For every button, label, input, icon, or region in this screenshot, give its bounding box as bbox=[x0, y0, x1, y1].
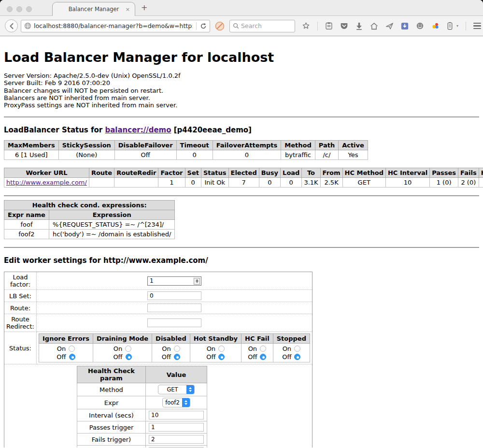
menu-icon[interactable] bbox=[473, 23, 481, 29]
search-bar[interactable] bbox=[229, 20, 295, 32]
hc-label-fails-trigger: Fails trigger) bbox=[77, 434, 146, 446]
close-window-button[interactable] bbox=[7, 6, 13, 12]
expr-select[interactable]: foof2 bbox=[162, 398, 190, 407]
divider bbox=[4, 247, 479, 248]
col-routeredir: RouteRedir bbox=[114, 168, 158, 178]
radio-draining-mode-on[interactable] bbox=[125, 346, 131, 352]
search-input[interactable] bbox=[241, 22, 289, 29]
col-expression: Expression bbox=[49, 210, 175, 220]
balancer-status-table: MaxMembersStickySessionDisableFailoverTi… bbox=[4, 140, 368, 160]
col-fails: Fails bbox=[458, 168, 479, 178]
pocket-icon[interactable] bbox=[340, 22, 348, 30]
dropdown-caret-icon[interactable]: ▾ bbox=[456, 24, 458, 28]
balancer-table-data-row: 6 [1 Used](None)Off00bytraffic/c/Yes bbox=[4, 150, 368, 160]
browser-tab[interactable]: Balancer Manager × bbox=[52, 2, 135, 16]
col-passes: Passes bbox=[430, 168, 458, 178]
new-tab-button[interactable]: + bbox=[141, 3, 147, 12]
status-col-hc-fail: HC Fail bbox=[242, 334, 273, 344]
server-info: Server Version: Apache/2.5.0-dev (Unix) … bbox=[4, 72, 479, 109]
extension-down-arrow-icon[interactable] bbox=[401, 22, 409, 30]
worker-url-link[interactable]: http://www.example.com/ bbox=[6, 179, 87, 186]
col-expr-name: Expr name bbox=[4, 210, 49, 220]
col-path: Path bbox=[315, 141, 338, 150]
radio-disabled-off[interactable] bbox=[174, 354, 180, 360]
radio-disabled-on[interactable] bbox=[174, 346, 180, 352]
tab-title: Balancer Manager bbox=[69, 6, 119, 13]
cell-path: /c/ bbox=[315, 150, 338, 160]
window-controls[interactable] bbox=[7, 6, 32, 12]
reload-icon[interactable] bbox=[200, 23, 207, 29]
radio-ignore-errors-off[interactable] bbox=[69, 354, 75, 360]
cell-set: 0 bbox=[185, 178, 201, 188]
col-busy: Busy bbox=[259, 168, 280, 178]
cell-from: 2.5K bbox=[320, 178, 342, 188]
hc-body: MethodGETExprfoof2Interval (secs)Passes … bbox=[77, 383, 207, 448]
route-input[interactable] bbox=[147, 303, 201, 312]
balancer-demo-link[interactable]: balancer://demo bbox=[105, 126, 171, 134]
health-check-row: Health Check paramValue MethodGETExprfoo… bbox=[4, 364, 313, 448]
radio-hc-fail-on[interactable] bbox=[260, 346, 266, 352]
downloads-icon[interactable] bbox=[355, 22, 363, 30]
radio-label: Off bbox=[113, 353, 122, 361]
url-bar[interactable]: localhost:8880/balancer-manager?b=demo&w… bbox=[21, 20, 210, 32]
col-set: Set bbox=[185, 168, 201, 178]
status-radio-row: OnOffOnOffOnOffOnOffOnOffOnOff bbox=[39, 344, 310, 362]
home-icon[interactable] bbox=[370, 22, 378, 30]
cell-to: 3.1K bbox=[302, 178, 320, 188]
hc-row: Passes trigger bbox=[77, 421, 207, 434]
interval-secs-input[interactable] bbox=[149, 411, 204, 419]
hc-label-interval-secs: Interval (secs) bbox=[77, 409, 146, 421]
radio-hc-fail-off[interactable] bbox=[260, 354, 266, 360]
radio-hot-standby-off[interactable] bbox=[218, 354, 225, 360]
radio-draining-mode-off[interactable] bbox=[126, 354, 132, 360]
reading-list-icon[interactable] bbox=[325, 22, 333, 30]
radio-hot-standby-on[interactable] bbox=[218, 346, 225, 352]
lb-set-input[interactable] bbox=[147, 291, 201, 300]
radio-stopped-off[interactable] bbox=[294, 354, 300, 360]
cell-timeout: 0 bbox=[176, 150, 213, 160]
hc-uri-input[interactable] bbox=[149, 447, 204, 448]
status-col-ignore-errors: Ignore Errors bbox=[39, 334, 93, 344]
minimize-window-button[interactable] bbox=[16, 6, 22, 12]
expr-name: foof2 bbox=[4, 230, 49, 239]
expr-row: foof2hc('body') =~ /domain is establishe… bbox=[4, 230, 175, 239]
zoom-window-button[interactable] bbox=[26, 6, 32, 12]
cell-route bbox=[89, 178, 114, 188]
colors-extension-icon[interactable] bbox=[431, 22, 440, 30]
clipboard-battery-icon[interactable] bbox=[447, 22, 453, 30]
browser-window: Balancer Manager × + localhost:8880/bala… bbox=[0, 0, 483, 448]
forum-smiley-icon[interactable] bbox=[416, 22, 424, 30]
search-icon bbox=[233, 23, 239, 29]
page-content: Load Balancer Manager for localhost Serv… bbox=[0, 36, 483, 448]
passes-trigger-input[interactable] bbox=[149, 423, 204, 432]
hc-col-health-check-param: Health Check param bbox=[77, 366, 146, 383]
send-plane-icon[interactable] bbox=[385, 22, 394, 30]
cell-fails: 2 (0) bbox=[458, 178, 479, 188]
cell-maxmembers: 6 [1 Used] bbox=[4, 150, 59, 160]
hc-col-value: Value bbox=[146, 366, 207, 383]
status-cell-ignore-errors: OnOff bbox=[39, 344, 93, 362]
hc-label-passes-trigger: Passes trigger bbox=[77, 421, 146, 434]
status-col-draining-mode: Draining Mode bbox=[93, 334, 152, 344]
radio-stopped-on[interactable] bbox=[294, 346, 300, 352]
hc-row: Interval (secs) bbox=[77, 409, 207, 421]
bookmark-star-icon[interactable] bbox=[302, 22, 310, 30]
form-field-row: Route: bbox=[4, 302, 313, 314]
close-tab-icon[interactable]: × bbox=[126, 6, 130, 13]
col-worker-url: Worker URL bbox=[4, 168, 89, 178]
radio-label: On bbox=[114, 345, 122, 353]
radio-label: Off bbox=[57, 353, 66, 361]
hc-label-method: Method bbox=[77, 383, 146, 396]
radio-ignore-errors-on[interactable] bbox=[69, 346, 75, 352]
status-col-disabled: Disabled bbox=[152, 334, 190, 344]
blocked-content-icon[interactable] bbox=[215, 21, 225, 31]
route-redirect-input[interactable] bbox=[147, 318, 201, 327]
back-button[interactable] bbox=[5, 19, 18, 32]
status-cell-hot-standby: OnOff bbox=[190, 344, 241, 362]
method-select[interactable]: GET bbox=[158, 385, 195, 394]
expr-expression: hc('body') =~ /domain is established/ bbox=[49, 230, 175, 239]
toolbar-divider bbox=[317, 22, 318, 30]
fails-trigger-input[interactable] bbox=[149, 435, 204, 444]
number-spinner-icon[interactable] bbox=[194, 278, 200, 285]
status-head-row: Ignore ErrorsDraining ModeDisabledHot St… bbox=[39, 334, 310, 344]
